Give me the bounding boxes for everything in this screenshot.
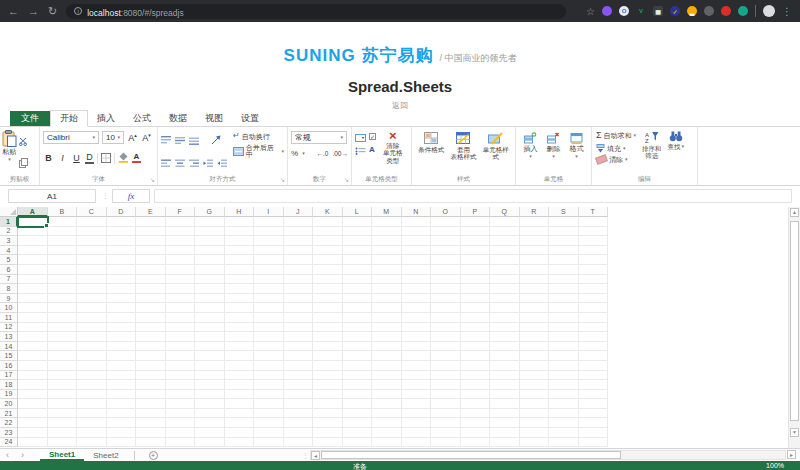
cell-K7[interactable] (313, 275, 343, 285)
cell-G17[interactable] (195, 371, 225, 381)
cell-L21[interactable] (343, 409, 373, 419)
cell-B9[interactable] (48, 294, 78, 304)
cell-F6[interactable] (166, 265, 196, 275)
row-header-9[interactable]: 9 (0, 294, 18, 304)
cell-T1[interactable] (579, 217, 609, 227)
cell-Q4[interactable] (490, 246, 520, 256)
cell-O10[interactable] (431, 303, 461, 313)
cell-G18[interactable] (195, 380, 225, 390)
cell-M21[interactable] (372, 409, 402, 419)
scroll-left-button[interactable]: ◄ (311, 451, 320, 460)
column-header-P[interactable]: P (461, 207, 491, 217)
cell-O4[interactable] (431, 246, 461, 256)
column-header-I[interactable]: I (254, 207, 284, 217)
cell-I22[interactable] (254, 418, 284, 428)
cell-S23[interactable] (549, 428, 579, 438)
extension-yellow[interactable]: ▂ (687, 6, 697, 16)
cell-D19[interactable] (107, 390, 137, 400)
cell-I6[interactable] (254, 265, 284, 275)
cell-J18[interactable] (284, 380, 314, 390)
cell-K17[interactable] (313, 371, 343, 381)
cell-N17[interactable] (402, 371, 432, 381)
cell-K20[interactable] (313, 399, 343, 409)
hyperlink-celltype-button[interactable]: A (369, 146, 379, 154)
cell-M16[interactable] (372, 361, 402, 371)
cell-L9[interactable] (343, 294, 373, 304)
cell-E23[interactable] (136, 428, 166, 438)
cell-D5[interactable] (107, 255, 137, 265)
cell-G19[interactable] (195, 390, 225, 400)
fill-color-button[interactable] (118, 149, 129, 167)
cell-O8[interactable] (431, 284, 461, 294)
format-as-table-button[interactable]: 套用 表格样式 (450, 132, 476, 161)
column-header-F[interactable]: F (166, 207, 196, 217)
cell-C3[interactable] (77, 236, 107, 246)
cell-A8[interactable] (18, 284, 48, 294)
cell-H14[interactable] (225, 342, 255, 352)
cell-E12[interactable] (136, 323, 166, 333)
cut-button[interactable] (19, 132, 28, 150)
cell-J23[interactable] (284, 428, 314, 438)
cell-T5[interactable] (579, 255, 609, 265)
cell-R6[interactable] (520, 265, 550, 275)
increase-font-button[interactable]: A▴ (127, 133, 138, 143)
cell-K15[interactable] (313, 351, 343, 361)
column-header-H[interactable]: H (225, 207, 255, 217)
cell-I12[interactable] (254, 323, 284, 333)
cell-H4[interactable] (225, 246, 255, 256)
cell-M23[interactable] (372, 428, 402, 438)
cell-E2[interactable] (136, 227, 166, 237)
cell-H18[interactable] (225, 380, 255, 390)
column-header-E[interactable]: E (136, 207, 166, 217)
cell-Q22[interactable] (490, 418, 520, 428)
cell-D24[interactable] (107, 438, 137, 448)
row-header-6[interactable]: 6 (0, 265, 18, 275)
cell-D15[interactable] (107, 351, 137, 361)
number-format-select[interactable]: 常规▾ (291, 131, 347, 144)
cell-I5[interactable] (254, 255, 284, 265)
vertical-scrollbar-thumb[interactable] (790, 221, 799, 421)
cell-M9[interactable] (372, 294, 402, 304)
cell-I16[interactable] (254, 361, 284, 371)
cell-O17[interactable] (431, 371, 461, 381)
cell-M18[interactable] (372, 380, 402, 390)
cell-S19[interactable] (549, 390, 579, 400)
cell-Q5[interactable] (490, 255, 520, 265)
cell-J19[interactable] (284, 390, 314, 400)
cell-O23[interactable] (431, 428, 461, 438)
cell-N11[interactable] (402, 313, 432, 323)
cell-L4[interactable] (343, 246, 373, 256)
extension-blue-ring[interactable]: O (619, 6, 629, 16)
cell-L5[interactable] (343, 255, 373, 265)
column-header-T[interactable]: T (579, 207, 609, 217)
cell-T14[interactable] (579, 342, 609, 352)
cell-R7[interactable] (520, 275, 550, 285)
cell-F5[interactable] (166, 255, 196, 265)
cell-G10[interactable] (195, 303, 225, 313)
decrease-indent-button[interactable] (203, 154, 214, 172)
cell-B22[interactable] (48, 418, 78, 428)
increase-indent-button[interactable] (217, 154, 228, 172)
row-header-2[interactable]: 2 (0, 227, 18, 237)
cell-D22[interactable] (107, 418, 137, 428)
cell-C14[interactable] (77, 342, 107, 352)
cell-H20[interactable] (225, 399, 255, 409)
cell-I7[interactable] (254, 275, 284, 285)
cell-J3[interactable] (284, 236, 314, 246)
cell-L20[interactable] (343, 399, 373, 409)
column-header-N[interactable]: N (402, 207, 432, 217)
cell-N20[interactable] (402, 399, 432, 409)
cell-Q3[interactable] (490, 236, 520, 246)
cell-O7[interactable] (431, 275, 461, 285)
cell-Q1[interactable] (490, 217, 520, 227)
cell-Q14[interactable] (490, 342, 520, 352)
cell-C17[interactable] (77, 371, 107, 381)
cell-G16[interactable] (195, 361, 225, 371)
column-header-L[interactable]: L (343, 207, 373, 217)
cell-S16[interactable] (549, 361, 579, 371)
cell-H21[interactable] (225, 409, 255, 419)
cell-T21[interactable] (579, 409, 609, 419)
cell-P5[interactable] (461, 255, 491, 265)
cell-L17[interactable] (343, 371, 373, 381)
cell-J21[interactable] (284, 409, 314, 419)
